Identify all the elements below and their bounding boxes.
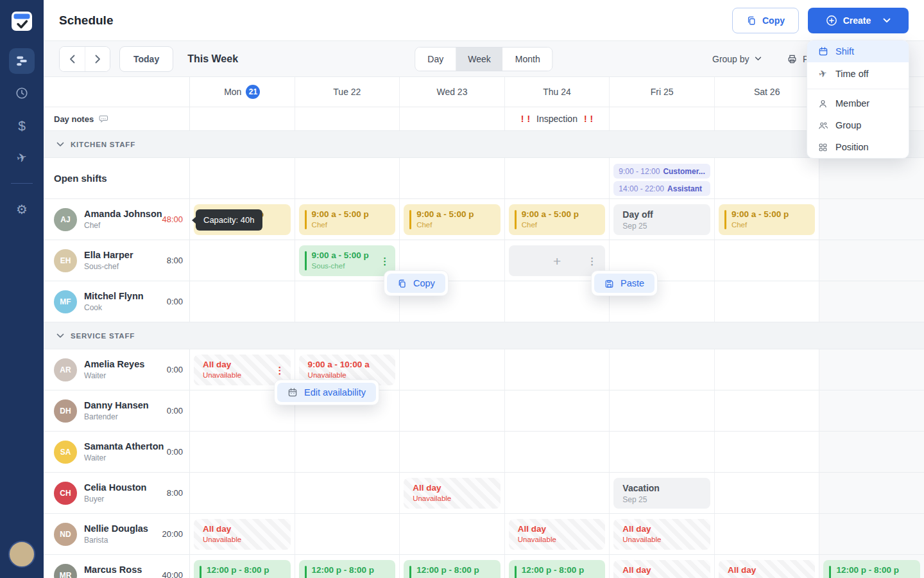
unavailability-chip[interactable]: All day Unavailable <box>404 478 501 509</box>
sidebar-item-timeclock[interactable] <box>9 80 35 106</box>
shift-cell[interactable] <box>715 349 820 390</box>
availability-menu-kebab-icon[interactable]: ⋮ <box>275 365 285 375</box>
shift-cell[interactable]: All day Unavailable <box>190 514 295 554</box>
shift-chip[interactable]: 9:00 a - 5:00 p Chef <box>299 204 396 235</box>
shift-cell[interactable]: All day Unavailable <box>610 555 715 578</box>
shift-cell[interactable]: 9:00 a - 5:00 p Chef <box>715 199 820 240</box>
shift-cell[interactable]: 12:00 p - 8:00 p Barista <box>400 555 505 578</box>
day-header-mon[interactable]: Mon 21 <box>190 77 295 107</box>
add-shift-target[interactable]: + ⋮ <box>509 245 606 276</box>
shift-chip[interactable]: 9:00 a - 5:00 p Chef <box>719 204 816 235</box>
create-menu-item-group[interactable]: Group <box>807 114 909 136</box>
shift-cell[interactable] <box>610 349 715 390</box>
create-menu-item-timeoff[interactable]: ✈ Time off <box>807 62 909 85</box>
time-off-chip[interactable]: Vacation Sep 25 <box>613 478 710 509</box>
sidebar-item-schedule[interactable] <box>9 48 35 74</box>
view-tab-month[interactable]: Month <box>503 48 552 71</box>
context-menu-item-paste[interactable]: Paste <box>594 274 654 293</box>
shift-cell[interactable] <box>505 390 610 431</box>
shift-cell[interactable] <box>400 349 505 390</box>
shift-chip[interactable]: 9:00 a - 5:00 p Chef <box>404 204 501 235</box>
shift-cell[interactable] <box>505 432 610 472</box>
unavailability-chip[interactable]: All day Unavailable <box>613 519 710 550</box>
create-menu-item-member[interactable]: Member <box>807 92 909 114</box>
today-button[interactable]: Today <box>119 46 173 72</box>
shift-cell[interactable]: 12:00 p - 8:00 p Barista <box>819 555 924 578</box>
create-menu-item-position[interactable]: Position <box>807 136 909 158</box>
context-menu-item-edit-availability[interactable]: Edit availability <box>277 383 376 402</box>
shift-cell[interactable]: All day Unavailable <box>610 514 715 554</box>
shift-cell[interactable] <box>715 514 820 554</box>
shift-cell[interactable] <box>295 473 400 513</box>
open-shift-cell-wed[interactable] <box>400 158 505 198</box>
shift-cell[interactable] <box>715 240 820 281</box>
open-shift-cell-mon[interactable] <box>190 158 295 198</box>
shift-cell[interactable] <box>295 432 400 472</box>
shift-chip[interactable]: 12:00 p - 8:00 p Barista <box>404 560 501 578</box>
group-by-dropdown[interactable]: Group by <box>712 54 762 64</box>
shift-cell[interactable]: All day Unavailable <box>715 555 820 578</box>
shift-cell[interactable] <box>190 473 295 513</box>
unavailability-chip[interactable]: All day Unavailable <box>194 519 291 550</box>
day-note-cell-sat[interactable] <box>715 107 820 130</box>
shift-cell[interactable]: 12:00 p - 8:00 p Barista <box>190 555 295 578</box>
unavailability-chip[interactable]: All day Unavailable <box>509 519 606 550</box>
shift-cell[interactable]: 9:00 a - 5:00 p Chef <box>400 199 505 240</box>
day-header-wed[interactable]: Wed 23 <box>400 77 505 107</box>
shift-chip[interactable]: 9:00 a - 5:00 p Chef <box>509 204 606 235</box>
shift-cell[interactable]: 12:00 p - 8:00 p Barista <box>505 555 610 578</box>
shift-cell[interactable] <box>295 514 400 554</box>
shift-cell[interactable] <box>715 432 820 472</box>
shift-chip[interactable]: 9:00 a - 5:00 p Sous-chef ⋮ <box>299 245 396 276</box>
day-note-cell-wed[interactable] <box>400 107 505 130</box>
shift-cell[interactable] <box>190 240 295 281</box>
day-header-sat[interactable]: Sat 26 <box>715 77 820 107</box>
shift-cell[interactable] <box>400 432 505 472</box>
day-header-tue[interactable]: Tue 22 <box>295 77 400 107</box>
sidebar-item-settings[interactable]: ⚙ <box>9 197 35 222</box>
shift-cell[interactable]: All day Unavailable <box>505 514 610 554</box>
context-menu-item-copy[interactable]: Copy <box>387 274 445 293</box>
prev-week-button[interactable] <box>60 47 85 71</box>
unavailability-chip[interactable]: All day Unavailable <box>719 560 816 578</box>
shift-cell[interactable]: Day off Sep 25 <box>610 199 715 240</box>
view-tab-week[interactable]: Week <box>456 48 503 71</box>
day-note-cell-thu[interactable]: ! ! Inspection ! ! <box>505 107 610 130</box>
shift-cell[interactable] <box>610 390 715 431</box>
section-header-kitchen-staff[interactable]: KITCHEN STAFF <box>44 131 924 158</box>
day-note-cell-tue[interactable] <box>295 107 400 130</box>
member-cell-nellie[interactable]: ND Nellie Douglas Barista 20:00 <box>44 514 190 554</box>
shift-cell[interactable]: 9:00 a - 5:00 p Chef <box>505 199 610 240</box>
plus-icon[interactable]: + <box>553 254 561 268</box>
sidebar-item-payroll[interactable]: $ <box>9 112 35 138</box>
open-shift-chip[interactable]: 14:00 - 22:00 Assistant <box>613 181 710 196</box>
member-cell-ella[interactable]: EH Ella Harper Sous-chef 8:00 <box>44 240 190 281</box>
open-shift-cell-tue[interactable] <box>295 158 400 198</box>
shift-cell[interactable]: Vacation Sep 25 <box>610 473 715 513</box>
open-shift-chip[interactable]: 9:00 - 12:00 Customer... <box>613 164 710 179</box>
shift-cell[interactable] <box>400 390 505 431</box>
unavailability-chip[interactable]: All day Unavailable <box>613 560 710 578</box>
shift-cell[interactable] <box>505 349 610 390</box>
shift-cell[interactable] <box>505 473 610 513</box>
member-cell-samanta[interactable]: SA Samanta Atherton Waiter 0:00 <box>44 432 190 472</box>
sidebar-item-timeoff[interactable]: ✈ <box>9 144 35 170</box>
time-off-chip[interactable]: Day off Sep 25 <box>613 204 710 235</box>
shift-cell[interactable] <box>400 514 505 554</box>
view-tab-day[interactable]: Day <box>415 48 456 71</box>
user-avatar[interactable] <box>8 541 35 568</box>
day-note-cell-mon[interactable] <box>190 107 295 130</box>
create-menu-item-shift[interactable]: Shift <box>807 40 909 62</box>
shift-cell[interactable] <box>715 473 820 513</box>
member-cell-mitchel[interactable]: MF Mitchel Flynn Cook 0:00 <box>44 281 190 322</box>
shift-chip[interactable]: 12:00 p - 8:00 p Barista <box>823 560 920 578</box>
create-button[interactable]: Create <box>808 8 909 33</box>
section-header-service-staff[interactable]: SERVICE STAFF <box>44 322 924 349</box>
shift-menu-kebab-icon[interactable]: ⋮ <box>380 256 389 266</box>
cell-menu-kebab-icon[interactable]: ⋮ <box>587 256 597 266</box>
copy-schedule-button[interactable]: Copy <box>732 8 799 33</box>
member-cell-amelia[interactable]: AR Amelia Reyes Waiter 0:00 <box>44 349 190 390</box>
shift-cell[interactable]: 12:00 p - 8:00 p Barista <box>295 555 400 578</box>
member-cell-celia[interactable]: CH Celia Houston Buyer 8:00 <box>44 473 190 513</box>
member-cell-amanda[interactable]: AJ Amanda Johnson Chef 48:00 <box>44 199 190 240</box>
